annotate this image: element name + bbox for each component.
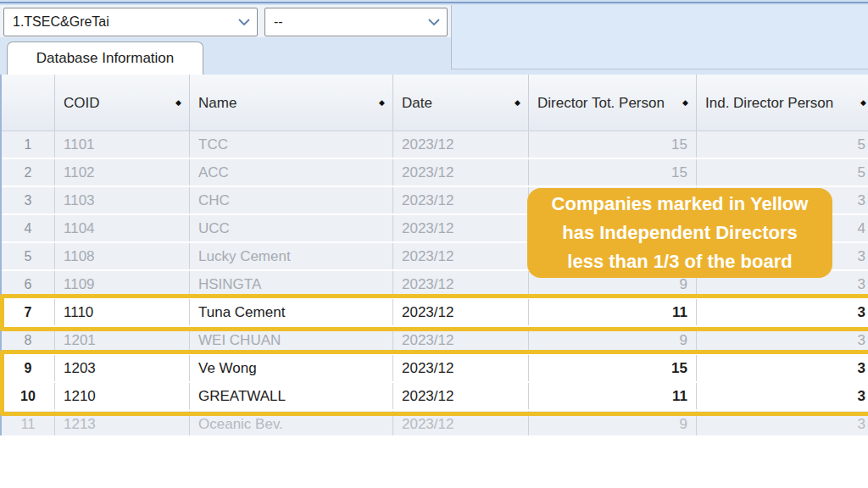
column-header-label: Name	[198, 94, 236, 112]
cell-date: 2023/12	[393, 159, 529, 186]
cell-coid: 1110	[55, 299, 190, 325]
table-header-row: COID◆Name◆Date◆Director Tot. Person◆Ind.…	[2, 75, 868, 131]
chevron-down-icon	[428, 19, 440, 26]
cell-ind_director: 3	[697, 411, 868, 435]
column-header-label: Ind. Director Person	[705, 94, 833, 112]
cell-name: Oceanic Bev.	[190, 411, 393, 435]
cell-date: 2023/12	[393, 411, 529, 435]
cell-name: Lucky Cement	[190, 243, 393, 269]
yellow-annotation-callout: Companies marked in Yellow has Independe…	[527, 188, 832, 278]
column-header-coid[interactable]: COID◆	[55, 75, 190, 130]
column-header-director_tot[interactable]: Director Tot. Person◆	[529, 75, 697, 130]
dataset-dropdown[interactable]: 1.TSEC&GreTai	[3, 8, 258, 36]
cell-director_tot: 11	[529, 383, 697, 409]
table-row[interactable]: 111213Oceanic Bev.2023/1293	[2, 411, 868, 435]
app-window: 1.TSEC&GreTai -- Database Information CO…	[0, 0, 868, 488]
cell-date: 2023/12	[393, 299, 529, 325]
column-header-date[interactable]: Date◆	[393, 75, 529, 130]
cell-coid: 1210	[55, 383, 190, 409]
cell-name: ACC	[190, 159, 393, 186]
cell-rownum: 6	[2, 271, 55, 297]
sort-diamond-icon: ◆	[175, 94, 181, 112]
cell-director_tot: 11	[529, 299, 697, 325]
table-row[interactable]: 81201WEI CHUAN2023/1293	[2, 327, 868, 355]
cell-coid: 1101	[55, 131, 190, 158]
column-header-label: COID	[64, 94, 100, 112]
callout-line: less than 1/3 of the board	[527, 247, 832, 276]
cell-name: GREATWALL	[190, 383, 393, 409]
table-row[interactable]: 11101TCC2023/12155	[2, 131, 868, 159]
toolbar-right-panel	[451, 5, 868, 69]
cell-date: 2023/12	[393, 243, 529, 269]
cell-ind_director: 5	[697, 131, 868, 158]
cell-rownum: 3	[2, 187, 55, 214]
cell-date: 2023/12	[393, 187, 529, 214]
callout-line: Companies marked in Yellow	[527, 190, 832, 219]
cell-coid: 1102	[55, 159, 190, 186]
cell-director_tot: 15	[529, 131, 697, 158]
cell-ind_director: 3	[697, 299, 868, 325]
cell-date: 2023/12	[393, 271, 529, 297]
cell-coid: 1109	[55, 271, 190, 297]
cell-director_tot: 9	[529, 411, 697, 435]
column-header-label: Director Tot. Person	[537, 94, 665, 112]
cell-name: Tuna Cement	[190, 299, 393, 325]
cell-rownum: 5	[2, 243, 55, 269]
sort-diamond-icon: ◆	[379, 94, 385, 112]
cell-rownum: 10	[2, 383, 55, 409]
table-row[interactable]: 71110Tuna Cement2023/12113	[2, 299, 868, 327]
cell-date: 2023/12	[393, 383, 529, 409]
cell-rownum: 1	[2, 131, 55, 158]
cell-rownum: 8	[2, 327, 55, 353]
top-toolbar: 1.TSEC&GreTai -- Database Information	[0, 0, 868, 75]
sort-diamond-icon: ◆	[682, 94, 688, 112]
cell-rownum: 11	[2, 411, 55, 435]
cell-name: UCC	[190, 215, 393, 241]
column-header-label: Date	[402, 94, 432, 112]
column-header-rownum	[2, 75, 55, 130]
table-row[interactable]: 21102ACC2023/12155	[2, 159, 868, 187]
top-divider-line	[0, 2, 868, 3]
tab-database-information[interactable]: Database Information	[7, 42, 203, 75]
cell-ind_director: 3	[697, 383, 868, 409]
secondary-dropdown-value: --	[274, 14, 423, 30]
callout-line: has Independent Directors	[527, 219, 832, 247]
cell-ind_director: 3	[697, 327, 868, 353]
chevron-down-icon	[238, 19, 250, 26]
cell-coid: 1108	[55, 243, 190, 269]
cell-director_tot: 15	[529, 159, 697, 186]
cell-date: 2023/12	[393, 327, 529, 353]
cell-director_tot: 15	[529, 355, 697, 381]
table-row[interactable]: 91203Ve Wong2023/12153	[2, 355, 868, 383]
cell-rownum: 7	[2, 299, 55, 325]
cell-date: 2023/12	[393, 355, 529, 381]
cell-ind_director: 5	[697, 159, 868, 186]
cell-coid: 1104	[55, 215, 190, 241]
cell-director_tot: 9	[529, 327, 697, 353]
column-header-name[interactable]: Name◆	[190, 75, 393, 130]
secondary-dropdown[interactable]: --	[264, 8, 448, 36]
cell-coid: 1201	[55, 327, 190, 353]
cell-ind_director: 3	[697, 355, 868, 381]
cell-rownum: 4	[2, 215, 55, 241]
column-header-ind_director[interactable]: Ind. Director Person◆	[697, 75, 868, 130]
cell-name: CHC	[190, 187, 393, 214]
cell-rownum: 2	[2, 159, 55, 186]
cell-date: 2023/12	[393, 131, 529, 158]
cell-coid: 1203	[55, 355, 190, 381]
table-row[interactable]: 101210GREATWALL2023/12113	[2, 383, 868, 411]
tab-label: Database Information	[36, 50, 175, 67]
sort-diamond-icon: ◆	[860, 94, 866, 112]
cell-rownum: 9	[2, 355, 55, 381]
sort-diamond-icon: ◆	[515, 94, 520, 112]
dataset-dropdown-value: 1.TSEC&GreTai	[13, 14, 233, 30]
cell-name: HSINGTA	[190, 271, 393, 297]
cell-name: TCC	[190, 131, 393, 158]
cell-coid: 1213	[55, 411, 190, 435]
cell-name: Ve Wong	[190, 355, 393, 381]
cell-date: 2023/12	[393, 215, 529, 241]
cell-name: WEI CHUAN	[190, 327, 393, 353]
cell-coid: 1103	[55, 187, 190, 214]
